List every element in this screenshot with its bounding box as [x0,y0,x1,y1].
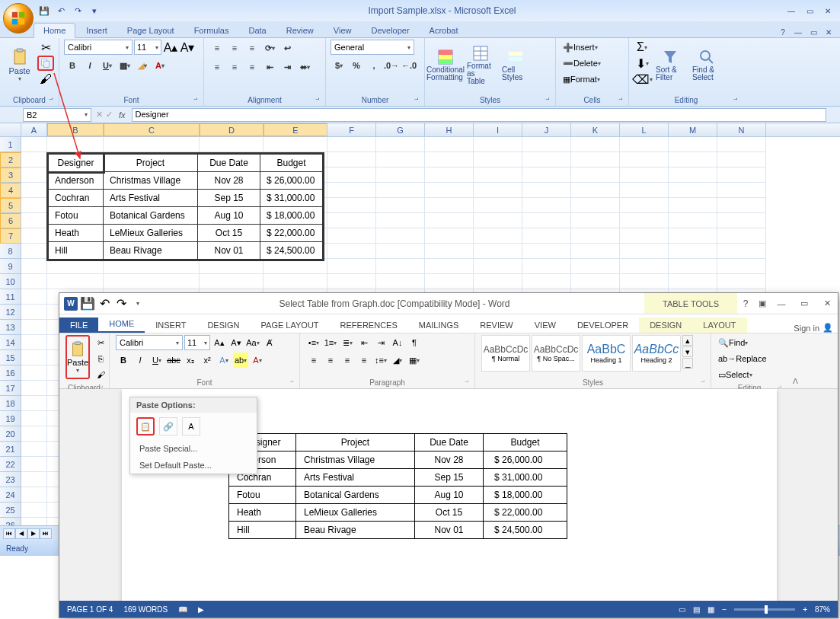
row-header[interactable]: 25 [0,503,21,518]
cell[interactable] [327,274,376,289]
cell[interactable] [425,228,474,244]
align-center-icon[interactable]: ≡ [226,59,243,75]
table-header[interactable]: Project [296,434,415,451]
table-cell[interactable]: $ 31,000.00 [484,469,567,487]
copy-icon[interactable]: ⎘ [93,351,108,366]
close-button[interactable]: ✕ [820,5,835,16]
row-header[interactable]: 14 [0,335,21,350]
merge-center-icon[interactable]: ⬌▾ [296,59,313,75]
qat-dropdown-icon[interactable]: ▾ [131,297,145,311]
qat-dropdown-icon[interactable]: ▾ [88,5,101,17]
row-header[interactable]: 16 [0,365,21,381]
cell[interactable] [425,259,474,274]
spellcheck-icon[interactable]: 📖 [178,605,187,614]
cell[interactable]: $ 26,000.00 [260,172,323,190]
cell[interactable] [21,365,47,381]
row-header[interactable]: 21 [0,442,21,457]
restore-button[interactable]: ▭ [794,296,815,311]
cell[interactable] [474,274,522,289]
set-default-paste-item[interactable]: Set Default Paste... [130,457,257,474]
table-cell[interactable]: Heath [229,504,296,522]
line-spacing-icon[interactable]: ↕≡▾ [373,353,388,368]
format-as-table-button[interactable]: Format as Table [465,40,497,90]
tab-review[interactable]: REVIEW [469,317,523,333]
table-cell[interactable]: Botanical Gardens [296,487,415,504]
cell[interactable] [717,244,766,259]
cell[interactable] [21,350,47,365]
cell[interactable] [21,213,47,228]
cell[interactable] [522,228,571,244]
font-color-icon[interactable]: A▾ [250,353,265,368]
row-header[interactable]: 9 [0,259,21,274]
row-header[interactable]: 12 [0,305,21,320]
text-effects-icon[interactable]: A▾ [216,353,232,368]
row-header[interactable]: 20 [0,426,21,442]
format-painter-icon[interactable]: 🖌 [93,367,108,382]
styles-more-icon[interactable]: ⎯ [682,358,693,369]
table-cell[interactable]: Oct 15 [415,504,484,522]
row-header[interactable]: 19 [0,411,21,426]
tab-page-layout[interactable]: Page Layout [118,24,184,37]
page-indicator[interactable]: PAGE 1 OF 4 [67,605,113,614]
cell[interactable] [21,335,47,350]
table-cell[interactable]: Beau Rivage [296,522,415,539]
fill-icon[interactable]: ⬇▾ [634,56,650,71]
cell[interactable] [620,274,669,289]
cell[interactable] [425,274,474,289]
row-header[interactable]: 22 [0,457,21,472]
currency-icon[interactable]: $▾ [331,57,347,74]
zoom-slider[interactable] [734,608,795,611]
paste-text-only-icon[interactable]: A [182,417,200,436]
increase-indent-icon[interactable]: ⇥ [373,335,388,350]
sort-icon[interactable]: A↓ [390,335,405,350]
row-header[interactable]: 2 [0,152,21,168]
cell[interactable] [669,228,717,244]
cell[interactable] [263,274,327,289]
cut-icon[interactable]: ✂ [37,40,54,55]
table-cell[interactable]: Arts Festival [296,469,415,487]
cell-B2[interactable]: Designer [49,155,104,172]
borders-icon[interactable]: ▦▾ [407,353,422,368]
align-right-icon[interactable]: ≡ [244,59,260,75]
sort-filter-button[interactable]: Sort & Filter [653,40,687,90]
col-header[interactable]: N [717,123,766,136]
cell[interactable] [717,198,766,213]
increase-decimal-icon[interactable]: .0→ [383,57,400,74]
cell[interactable] [327,228,376,244]
word-app-icon[interactable]: W [64,297,78,311]
cell[interactable] [21,381,47,396]
justify-icon[interactable]: ≡ [356,353,372,368]
cell[interactable]: Aug 10 [198,207,260,225]
cell-D2[interactable]: Due Date [198,155,260,172]
cell[interactable] [327,183,376,198]
row-header[interactable]: 15 [0,350,21,365]
font-size-select[interactable]: 11▾ [134,40,161,55]
cell[interactable] [327,168,376,183]
cell[interactable] [620,259,669,274]
cell[interactable] [571,244,620,259]
cell[interactable] [21,457,47,472]
cell-E2[interactable]: Budget [260,155,323,172]
formula-bar[interactable]: Designer [132,108,826,122]
cell[interactable] [327,137,376,152]
cell[interactable] [571,213,620,228]
row-header[interactable]: 17 [0,381,21,396]
align-bottom-icon[interactable]: ≡ [244,40,260,56]
table-cell[interactable]: Aug 10 [415,487,484,504]
tab-view[interactable]: View [324,24,361,37]
cell[interactable]: $ 18,000.00 [260,207,323,225]
cell[interactable] [669,137,717,152]
cell[interactable] [669,213,717,228]
cell[interactable] [327,244,376,259]
tab-acrobat[interactable]: Acrobat [420,24,468,37]
indent-decrease-icon[interactable]: ⇤ [261,59,278,75]
cell[interactable] [327,259,376,274]
cell[interactable] [425,213,474,228]
align-left-icon[interactable]: ≡ [306,353,321,368]
help-icon[interactable]: ? [778,27,788,37]
cell[interactable]: $ 24,500.00 [260,242,323,260]
word-count[interactable]: 169 WORDS [123,605,168,614]
cell[interactable] [474,183,522,198]
cell[interactable] [47,259,104,274]
cell[interactable] [522,152,571,168]
